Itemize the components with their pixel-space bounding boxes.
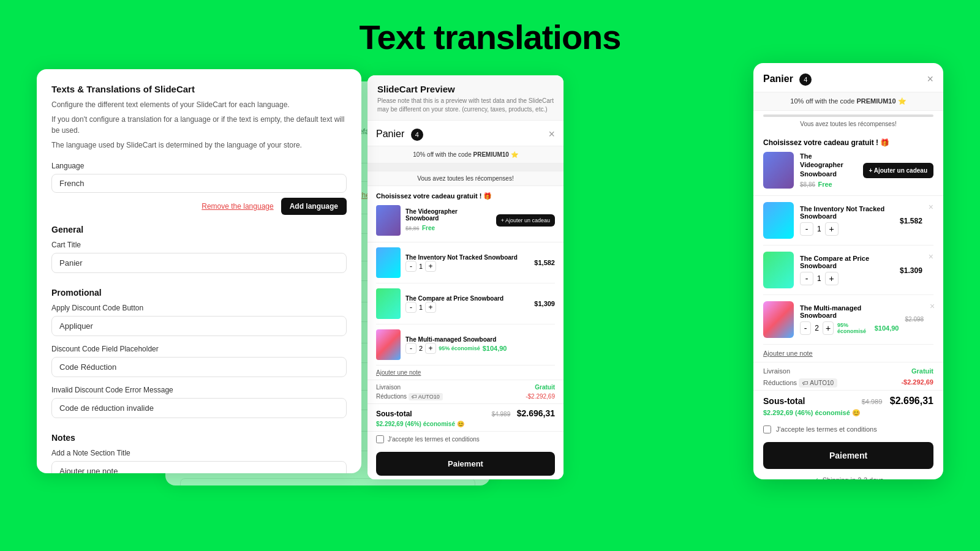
right-close-button[interactable]: ×: [927, 73, 933, 86]
rp-qty-decrease-2[interactable]: -: [800, 272, 813, 285]
preview-cart-badge: 4: [411, 129, 423, 141]
preview-gift-title: Choisissez votre cadeau gratuit ! 🎁: [376, 192, 555, 200]
preview-livraison-row: Livraison Gratuit: [368, 380, 564, 392]
preview-terms-checkbox[interactable]: [376, 435, 384, 443]
preview-header: SlideCart Preview Please note that this …: [368, 75, 564, 121]
rp-subtotal-label: Sous-total: [763, 396, 805, 406]
rp-subtotal-old: $4.989: [862, 398, 883, 405]
apply-btn-input[interactable]: [51, 316, 347, 336]
rp-rewards-progress: [763, 114, 933, 117]
slidecart-preview-panel: SlideCart Preview Please note that this …: [368, 75, 564, 479]
rp-subtotal-row: Sous-total $4.989 $2.696,31: [763, 395, 933, 407]
preview-product-qty-1: - 1 +: [405, 261, 526, 272]
rp-gift-title: Choisissez votre cadeau gratuit ! 🎁: [763, 138, 933, 147]
preview-add-note[interactable]: Ajouter une note: [368, 365, 564, 380]
rp-checkout-button[interactable]: Paiement: [763, 442, 933, 469]
preview-qty-decrease-3[interactable]: -: [405, 343, 417, 354]
rp-add-gift-button[interactable]: + Ajouter un cadeau: [863, 163, 933, 178]
preview-product-name-1: The Inventory Not Tracked Snowboard: [405, 254, 526, 261]
preview-product-image-1: [376, 247, 401, 278]
preview-livraison-label: Livraison: [376, 384, 401, 391]
rp-product-name-1: The Inventory Not Tracked Snowboard: [800, 205, 894, 220]
right-panel-header: Panier 4 ×: [753, 63, 943, 92]
preview-qty-increase-3[interactable]: +: [425, 343, 436, 354]
preview-qty-decrease-1[interactable]: -: [405, 261, 417, 272]
rp-remove-button-1[interactable]: ×: [929, 202, 933, 212]
cart-title-input[interactable]: [51, 253, 347, 273]
preview-close-button[interactable]: ×: [548, 128, 555, 141]
error-label: Invalid Discount Code Error Message: [51, 386, 347, 394]
preview-header-title: SlideCart Preview: [377, 84, 554, 94]
rp-qty-decrease-3[interactable]: -: [800, 321, 811, 335]
preview-product-qty-2: - 1 +: [405, 302, 526, 313]
preview-qty-decrease-2[interactable]: -: [405, 302, 417, 313]
rp-terms-row: J'accepte les termes et conditions: [753, 422, 943, 437]
error-input[interactable]: [51, 398, 347, 418]
preview-cart-header: Panier 4 ×: [368, 121, 564, 146]
language-select[interactable]: French English Spanish: [51, 174, 347, 193]
preview-qty-value-1: 1: [419, 263, 423, 270]
preview-subtotal-value: $2.696,31: [517, 408, 555, 418]
rp-product-qty-1: - 1 +: [800, 222, 894, 236]
placeholder-input[interactable]: [51, 357, 347, 377]
preview-gift-pricing: $8,86 Free: [405, 222, 491, 233]
rp-remove-button-3[interactable]: ×: [930, 301, 935, 311]
rp-gift-old-price: $8,86: [800, 181, 815, 188]
preview-livraison-value: Gratuit: [535, 384, 555, 391]
left-panel-desc3: The language used by SlideCart is determ…: [51, 140, 347, 151]
preview-product-price-3: $104,90: [483, 345, 507, 352]
rp-qty-value-2: 1: [817, 274, 821, 283]
rp-qty-increase-2[interactable]: +: [825, 272, 839, 285]
preview-qty-value-3: 2: [419, 345, 423, 352]
left-panel-title: Texts & Translations of SlideCart: [51, 84, 347, 94]
rp-gift-name: The Videographer Snowboard: [800, 152, 857, 178]
preview-product-info-3: The Multi-managed Snowboard - 2 + 95% éc…: [405, 336, 555, 354]
rp-product-price-2: $1.309: [900, 266, 922, 275]
language-actions: Remove the language Add language: [51, 198, 347, 215]
preview-gift-name: The Videographer Snowboard: [405, 208, 491, 222]
rp-product-price-3-green: $104,90: [875, 324, 899, 332]
rp-product-right-1: $1.582: [900, 215, 922, 226]
preview-product-price-2: $1,309: [534, 300, 555, 307]
right-panel-badge: 4: [799, 73, 812, 86]
preview-add-gift-button[interactable]: + Ajouter un cadeau: [496, 214, 555, 227]
cart-title-label: Cart Title: [51, 241, 347, 249]
preview-qty-value-2: 1: [419, 304, 423, 311]
preview-product-image-3: [376, 329, 401, 360]
rp-subtotal-value: $2.696,31: [890, 395, 933, 406]
language-label: Language: [51, 162, 347, 170]
preview-header-desc: Please note that this is a preview with …: [377, 97, 554, 114]
rp-qty-increase-3[interactable]: +: [823, 321, 834, 335]
rp-add-note[interactable]: Ajouter une note: [753, 345, 943, 362]
rp-product-info-2: The Compare at Price Snowboard - 1 +: [800, 255, 894, 285]
rp-gift-free-label: Free: [818, 181, 832, 188]
preview-subtotal-label: Sous-total: [376, 410, 412, 418]
preview-gift-section: Choisissez votre cadeau gratuit ! 🎁 The …: [368, 186, 564, 242]
add-language-button[interactable]: Add language: [281, 198, 347, 215]
preview-gift-free: Free: [422, 225, 435, 231]
preview-subtotal-row: Sous-total $4.989 $2.696,31: [376, 408, 555, 419]
rp-qty-decrease-1[interactable]: -: [800, 222, 813, 236]
preview-product-list: The Inventory Not Tracked Snowboard - 1 …: [368, 242, 564, 365]
page-title: Text translations: [0, 0, 980, 69]
rp-product-qty-3: - 2 + 95% économisé $104,90: [800, 321, 899, 335]
preview-subtotal-prices: $4.989 $2.696,31: [492, 408, 555, 419]
rp-livraison-row: Livraison Gratuit: [753, 362, 943, 377]
remove-language-button[interactable]: Remove the language: [202, 202, 273, 211]
rp-remove-button-2[interactable]: ×: [929, 252, 933, 261]
rp-check-icon: ✓: [813, 476, 819, 479]
rp-reduction-row: Réductions 🏷 AUTO10 -$2.292,69: [753, 377, 943, 390]
apply-btn-label: Apply Discount Code Button: [51, 304, 347, 312]
preview-product-name-2: The Compare at Price Snowboard: [405, 295, 526, 302]
preview-gift-item: The Videographer Snowboard $8,86 Free + …: [376, 205, 555, 236]
preview-reductions-row: Réductions 🏷 AUTO10 -$2.292,69: [368, 392, 564, 403]
rp-reduction-label: Réductions 🏷 AUTO10: [763, 378, 837, 388]
preview-qty-increase-1[interactable]: +: [425, 261, 436, 272]
preview-qty-increase-2[interactable]: +: [425, 302, 436, 313]
preview-checkout-button[interactable]: Paiement: [376, 452, 555, 476]
add-note-input[interactable]: [51, 461, 347, 473]
rp-terms-checkbox[interactable]: [763, 425, 771, 433]
rp-qty-increase-1[interactable]: +: [825, 222, 839, 236]
preview-product-info-1: The Inventory Not Tracked Snowboard - 1 …: [405, 254, 526, 272]
rp-reduction-tag: 🏷 AUTO10: [799, 378, 837, 388]
